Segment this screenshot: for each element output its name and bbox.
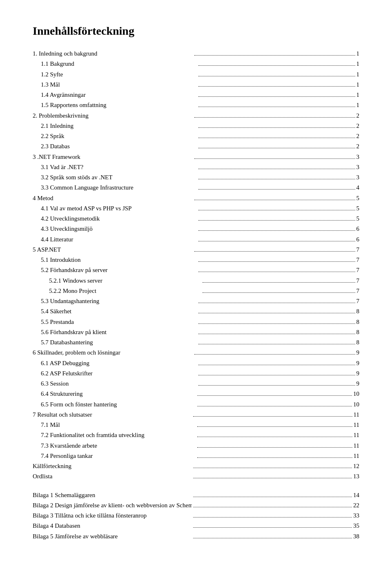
toc-dots [198,375,355,375]
toc-entry-text: 7.4 Personliga tankar [41,451,196,461]
appendix-entry: Bilaga 2 Design jämförelse av klient- oc… [33,501,359,510]
toc-entry: 4.2 Utvecklingsmetodik5 [41,214,359,223]
toc-dots [194,251,355,252]
toc-page-number: 4 [356,183,360,192]
toc-page-number: 2 [356,132,360,141]
toc-dots [198,344,355,344]
toc-page-number: 8 [356,328,360,337]
toc-dots [194,55,355,56]
toc-entry: 4.4 Litteratur6 [41,235,359,244]
toc-page-number: 8 [356,338,360,347]
toc-entry-text: 7.2 Funktionalitet och framtida utveckli… [41,431,196,440]
toc-page-number: 9 [356,359,360,368]
toc-dots [198,127,355,128]
toc-container: 1. Inledning och bakgrund11.1 Bakgrund11… [33,49,359,482]
toc-dots [198,169,355,169]
toc-dots [197,395,352,396]
toc-entry-text: 1.1 Bakgrund [41,59,197,69]
toc-page-number: 1 [356,49,360,58]
toc-entry-text: 6.2 ASP Felutskrifter [41,369,197,378]
toc-entry-text: 4.2 Utvecklingsmetodik [41,214,197,223]
toc-entry: 6.5 Form och fönster hantering10 [41,400,359,409]
appendix-dots [193,507,352,507]
toc-dots [197,447,352,448]
appendix-entry: Bilaga 3 Tillåtna och icke tillåtna föns… [33,511,359,520]
toc-page-number: 11 [354,451,359,461]
appendix-container: Bilaga 1 Schemaläggaren14Bilaga 2 Design… [33,491,359,541]
appendix-page-number: 14 [353,491,359,500]
toc-page-number: 2 [356,142,360,151]
toc-entry-text: 5.7 Databashantering [41,338,197,347]
toc-entry-text: 4.4 Litteratur [41,235,197,244]
toc-page-number: 13 [353,472,359,481]
toc-page-number: 1 [356,100,360,110]
toc-entry: 5.2 Förhandskrav på server7 [41,265,359,275]
toc-entry-text: 2. Problembeskrivning [33,111,193,120]
toc-entry-text: 1.5 Rapportens omfattning [41,100,197,110]
toc-dots [193,416,352,417]
toc-page-number: 10 [353,389,359,399]
toc-dots [197,406,352,406]
appendix-dots [193,517,352,518]
toc-entry-text: 5.1 Introduktion [41,255,197,265]
toc-page-number: 6 [356,235,360,244]
toc-entry: 5.2.1 Windows server7 [49,276,359,286]
toc-entry-text: 7 Resultat och slutsatser [33,410,192,419]
page-title: Innehållsförteckning [33,25,359,38]
toc-page-number: 1 [356,59,360,69]
toc-entry: 5.3 Undantagshantering7 [41,297,359,306]
toc-dots [198,138,355,138]
toc-entry: Ordlista13 [33,472,359,481]
toc-entry: 7.2 Funktionalitet och framtida utveckli… [41,431,359,440]
toc-dots [198,148,355,148]
toc-entry-text: 5.4 Säkerhet [41,307,197,316]
toc-dots [198,65,355,66]
toc-dots [197,437,352,437]
toc-dots [197,457,352,458]
toc-entry: 7.3 Kvarstående arbete11 [41,441,359,451]
toc-dots [198,86,355,87]
appendix-entry-text: Bilaga 4 Databasen [33,521,192,531]
toc-entry-text: 3.2 Språk som stöds av .NET [41,173,197,182]
toc-dots [198,230,355,231]
toc-dots [198,96,355,97]
toc-dots [198,313,355,313]
toc-dots [194,158,355,159]
toc-page-number: 7 [356,265,360,275]
toc-dots [198,76,355,76]
toc-entry-text: Ordlista [33,472,192,481]
toc-entry: 6.4 Strukturering10 [41,389,359,399]
toc-entry: 6 Skillnader, problem och lösningar9 [33,348,359,357]
toc-entry-text: 5.2.1 Windows server [49,276,201,286]
toc-entry: 4.1 Val av metod ASP vs PHP vs JSP5 [41,204,359,213]
toc-page-number: 2 [356,121,360,131]
toc-dots [198,210,355,210]
toc-page-number: 9 [356,379,360,388]
toc-entry: 7.4 Personliga tankar11 [41,451,359,461]
toc-entry: 5.2.2 Mono Project7 [49,286,359,296]
appendix-entry-text: Bilaga 2 Design jämförelse av klient- oc… [33,501,192,510]
toc-entry-text: 6.5 Form och fönster hantering [41,400,196,409]
toc-page-number: 10 [353,400,359,409]
toc-dots [198,323,355,324]
toc-entry: 2.3 Databas2 [41,142,359,151]
toc-entry: 5.4 Säkerhet8 [41,307,359,316]
toc-entry-text: 2.1 Inledning [41,121,197,131]
toc-page-number: 5 [356,194,360,203]
toc-entry-text: 6.1 ASP Debugging [41,359,197,368]
toc-page-number: 11 [354,431,359,440]
toc-page-number: 9 [356,369,360,378]
toc-entry: 6.2 ASP Felutskrifter9 [41,369,359,378]
toc-page-number: 5 [356,214,360,223]
toc-dots [198,334,355,334]
toc-entry-text: 6.3 Session [41,379,197,388]
toc-page-number: 7 [356,297,360,306]
toc-dots [198,272,355,272]
toc-page-number: 11 [354,441,359,451]
toc-dots [197,426,352,427]
toc-entry: Källförteckning12 [33,462,359,471]
toc-entry-text: 5.2 Förhandskrav på server [41,265,197,275]
toc-entry-text: Källförteckning [33,462,192,471]
toc-dots [194,117,355,118]
toc-page-number: 7 [356,245,360,254]
